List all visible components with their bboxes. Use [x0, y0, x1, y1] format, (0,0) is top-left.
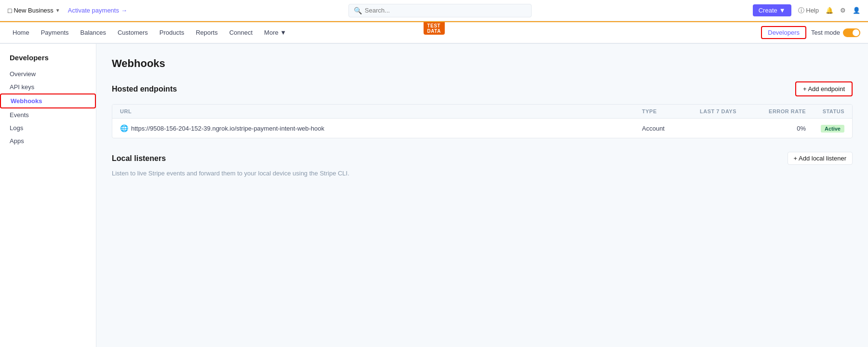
col-error-rate: ERROR RATE	[758, 108, 806, 114]
sidebar-item-api-keys[interactable]: API keys	[0, 80, 96, 93]
page-title: Webhooks	[112, 57, 853, 70]
search-icon: 🔍	[354, 7, 362, 14]
col-last7days: LAST 7 DAYS	[700, 108, 758, 114]
nav-item-more[interactable]: More ▼	[259, 24, 291, 41]
endpoints-table: URL TYPE LAST 7 DAYS ERROR RATE STATUS 🌐…	[112, 104, 853, 138]
add-local-listener-button[interactable]: + Add local listener	[788, 152, 853, 165]
col-url: URL	[120, 108, 642, 114]
top-bar-left: □ New Business ▼ Activate payments →	[8, 7, 127, 14]
endpoint-type: Account	[642, 125, 700, 132]
nav-right: Developers Test mode	[761, 26, 860, 39]
col-type: TYPE	[642, 108, 700, 114]
sidebar: Developers Overview API keys Webhooks Ev…	[0, 44, 96, 347]
endpoint-error-rate: 0%	[758, 125, 806, 132]
sidebar-title: Developers	[0, 53, 96, 67]
create-button[interactable]: Create ▼	[753, 4, 791, 16]
top-bar-right: Create ▼ ⓘ Help 🔔 ⚙ 👤	[753, 4, 860, 16]
test-mode-switch[interactable]	[843, 28, 860, 37]
local-listeners-title: Local listeners	[112, 154, 166, 163]
local-listeners-header: Local listeners + Add local listener	[112, 152, 853, 165]
help-icon[interactable]: ⓘ Help	[798, 6, 819, 15]
top-right-icons: ⓘ Help 🔔 ⚙ 👤	[798, 6, 860, 15]
user-icon[interactable]: 👤	[853, 7, 860, 14]
sidebar-item-webhooks[interactable]: Webhooks	[0, 93, 96, 108]
content: Webhooks Hosted endpoints + Add endpoint…	[96, 44, 868, 347]
endpoint-url-cell: 🌐 https://9508-156-204-152-39.ngrok.io/s…	[120, 124, 642, 132]
activate-payments-link[interactable]: Activate payments →	[68, 7, 127, 14]
business-name[interactable]: □ New Business ▼	[8, 7, 60, 14]
local-listeners-description: Listen to live Stripe events and forward…	[112, 170, 853, 177]
nav-item-balances[interactable]: Balances	[76, 24, 111, 41]
endpoint-url-link[interactable]: https://9508-156-204-152-39.ngrok.io/str…	[131, 125, 324, 132]
local-listeners-section: Local listeners + Add local listener Lis…	[112, 152, 853, 177]
nav-item-products[interactable]: Products	[155, 24, 189, 41]
nav-item-payments[interactable]: Payments	[36, 24, 74, 41]
sidebar-item-apps[interactable]: Apps	[0, 134, 96, 147]
nav-item-reports[interactable]: Reports	[191, 24, 223, 41]
chevron-down-icon: ▼	[55, 8, 60, 13]
status-badge: Active	[821, 125, 844, 133]
main-layout: Developers Overview API keys Webhooks Ev…	[0, 44, 868, 347]
col-status: STATUS	[806, 108, 844, 114]
developers-button[interactable]: Developers	[761, 26, 806, 39]
nav-item-connect[interactable]: Connect	[225, 24, 257, 41]
add-endpoint-button[interactable]: + Add endpoint	[795, 81, 853, 96]
sidebar-item-overview[interactable]: Overview	[0, 67, 96, 80]
chevron-down-icon: ▼	[280, 29, 286, 36]
hosted-endpoints-title: Hosted endpoints	[112, 85, 177, 93]
table-row: 🌐 https://9508-156-204-152-39.ngrok.io/s…	[112, 119, 852, 138]
sidebar-item-logs[interactable]: Logs	[0, 121, 96, 134]
nav-wrapper: TEST DATA Home Payments Balances Custome…	[0, 22, 868, 44]
top-bar: □ New Business ▼ Activate payments → 🔍 C…	[0, 0, 868, 21]
test-data-badge: TEST DATA	[423, 22, 444, 35]
search-bar[interactable]: 🔍	[348, 4, 532, 17]
hosted-endpoints-header: Hosted endpoints + Add endpoint	[112, 81, 853, 96]
settings-icon[interactable]: ⚙	[840, 7, 846, 14]
nav-left: Home Payments Balances Customers Product…	[8, 24, 291, 41]
search-input[interactable]	[365, 7, 526, 14]
nav-item-home[interactable]: Home	[8, 24, 34, 41]
test-mode-toggle[interactable]: Test mode	[811, 28, 860, 37]
sidebar-item-events[interactable]: Events	[0, 108, 96, 121]
table-header: URL TYPE LAST 7 DAYS ERROR RATE STATUS	[112, 105, 852, 119]
nav-item-customers[interactable]: Customers	[113, 24, 153, 41]
endpoint-status-cell: Active	[806, 124, 844, 132]
globe-icon: 🌐	[120, 124, 128, 132]
bell-icon[interactable]: 🔔	[826, 7, 833, 14]
chevron-down-icon: ▼	[779, 7, 786, 14]
